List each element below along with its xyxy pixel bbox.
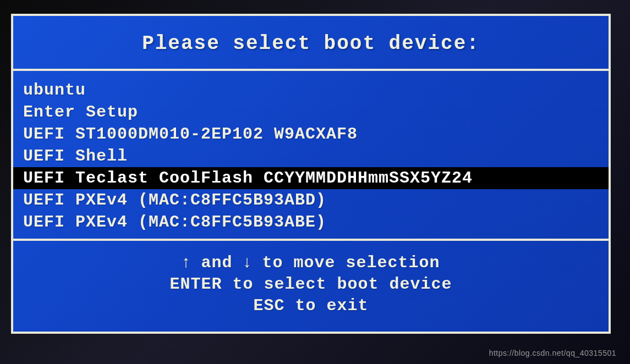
boot-item-2[interactable]: UEFI ST1000DM010-2EP102 W9ACXAF8 <box>13 123 609 145</box>
boot-device-menu: Please select boot device: ubuntuEnter S… <box>11 14 611 334</box>
boot-item-5[interactable]: UEFI PXEv4 (MAC:C8FFC5B93ABD) <box>13 189 609 211</box>
boot-item-1[interactable]: Enter Setup <box>13 101 609 123</box>
help-navigation: ↑ and ↓ to move selection <box>24 251 598 274</box>
menu-title: Please select boot device: <box>24 32 598 55</box>
boot-item-3[interactable]: UEFI Shell <box>13 145 609 167</box>
arrow-up-icon: ↑ <box>182 252 190 271</box>
boot-item-0[interactable]: ubuntu <box>13 79 609 101</box>
watermark-text: https://blog.csdn.net/qq_40315501 <box>489 349 616 357</box>
help-esc: ESC to exit <box>24 295 598 317</box>
help-section: ↑ and ↓ to move selection ENTER to selec… <box>13 241 609 327</box>
header-section: Please select boot device: <box>13 16 609 71</box>
boot-item-4[interactable]: UEFI Teclast CoolFlash CCYYMMDDHHmmSSX5Y… <box>13 167 609 189</box>
boot-device-list[interactable]: ubuntuEnter SetupUEFI ST1000DM010-2EP102… <box>13 71 609 241</box>
arrow-down-icon: ↓ <box>243 252 251 271</box>
help-enter: ENTER to select boot device <box>24 274 598 295</box>
boot-item-6[interactable]: UEFI PXEv4 (MAC:C8FFC5B93ABE) <box>13 211 609 233</box>
